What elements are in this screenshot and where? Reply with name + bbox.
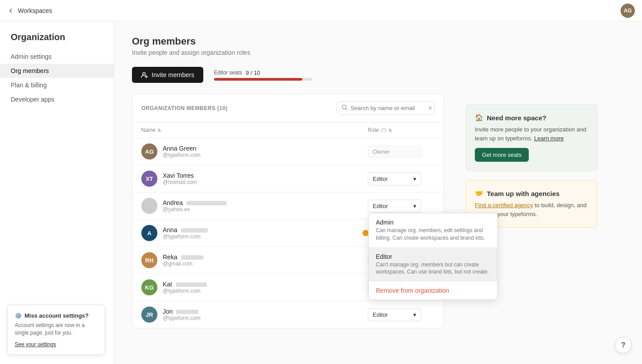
search-input[interactable] — [350, 105, 425, 111]
sidebar-title: Organization — [0, 32, 114, 49]
avatar — [141, 198, 157, 214]
dropdown-chevron-icon: ▾ — [413, 203, 416, 209]
members-count-label: ORGANIZATION MEMBERS (10) — [141, 105, 228, 111]
role-select[interactable]: Editor ▾ — [368, 172, 421, 185]
sidebar-item-admin-settings[interactable]: Admin settings — [0, 49, 114, 64]
name-sort-icon[interactable]: ⇅ — [157, 128, 161, 133]
back-arrow-icon — [7, 7, 14, 14]
member-email: @typeform.com — [163, 152, 201, 158]
page-title: Org members — [132, 36, 624, 47]
role-select-disabled: Owner — [368, 145, 421, 158]
topbar: Workspaces AG — [0, 0, 642, 21]
dropdown-admin-title: Admin — [376, 219, 490, 226]
member-name: Anna Green — [163, 145, 201, 152]
seats-bar-fill — [214, 78, 302, 81]
role-select[interactable]: Editor ▾ — [368, 200, 421, 213]
search-box[interactable]: ✕ — [337, 101, 435, 115]
sidebar-nav: Admin settings Org members Plan & billin… — [0, 49, 114, 106]
col-role-cell: Editor ▾ — [368, 308, 435, 321]
member-details: Kat @typeform.com — [163, 281, 207, 294]
search-icon — [342, 104, 348, 112]
role-tooltip-icon[interactable]: (?) — [381, 127, 387, 133]
learn-more-link[interactable]: Learn more — [534, 135, 564, 142]
table-row: AG Anna Green @typeform.com Owner — [132, 138, 444, 165]
gear-emoji: ⚙️ — [15, 312, 22, 319]
search-clear-icon[interactable]: ✕ — [428, 105, 432, 111]
member-name: Reka — [163, 254, 203, 261]
member-name: Anna — [163, 226, 208, 233]
table-row: JR Jon @typeform.com Editor ▾ — [132, 301, 444, 328]
main-content: Org members Invite people and assign org… — [114, 21, 642, 364]
house-emoji: 🏠 — [475, 114, 483, 122]
member-email: @typeform.com — [163, 233, 208, 240]
editor-seats-label: Editor seats — [214, 70, 242, 76]
member-info: XT Xavi Torres @hotmail.com — [141, 171, 368, 187]
space-card-title: 🏠 Need more space? — [475, 114, 588, 122]
member-info: JR Jon @typeform.com — [141, 307, 368, 323]
find-agency-link[interactable]: Find a certified agency — [475, 202, 533, 209]
member-info: KG Kat @typeform.com — [141, 279, 368, 295]
handshake-emoji: 🤝 — [475, 189, 483, 197]
table-row: XT Xavi Torres @hotmail.com Editor ▾ — [132, 165, 444, 192]
member-email: @gmail.com — [163, 261, 203, 267]
member-details: Anna Green @typeform.com — [163, 145, 201, 158]
dropdown-admin-desc: Can manage org. members, edit settings a… — [376, 227, 490, 242]
member-details: Anna @typeform.com — [163, 226, 208, 240]
dropdown-chevron-icon: ▾ — [413, 311, 416, 318]
get-more-seats-button[interactable]: Get more seats — [475, 148, 529, 162]
member-email: @typeform.com — [163, 315, 201, 321]
sidebar-link-plan-billing[interactable]: Plan & billing — [0, 78, 114, 92]
help-button[interactable]: ? — [615, 337, 631, 353]
sidebar-link-developer-apps[interactable]: Developer apps — [0, 92, 114, 106]
back-button[interactable] — [7, 7, 14, 14]
member-info: RH Reka @gmail.com — [141, 252, 368, 268]
member-details: Xavi Torres @hotmail.com — [163, 172, 197, 185]
user-avatar[interactable]: AG — [621, 4, 635, 18]
svg-point-0 — [143, 73, 145, 75]
seats-bar-background — [214, 78, 312, 81]
seats-fraction: 9 / 10 — [246, 70, 260, 76]
sidebar-item-plan-billing[interactable]: Plan & billing — [0, 78, 114, 92]
member-email: @typeform.com — [163, 288, 207, 294]
member-email: @hotmail.com — [163, 179, 197, 185]
member-email: @yahoo.es — [163, 206, 226, 213]
dropdown-item-admin[interactable]: Admin Can manage org. members, edit sett… — [369, 213, 497, 247]
dropdown-editor-desc: Can't manage org. members but can create… — [376, 261, 490, 276]
person-plus-icon — [141, 71, 148, 78]
avatar: JR — [141, 307, 157, 323]
invite-members-button[interactable]: Invite members — [132, 67, 203, 83]
avatar: RH — [141, 252, 157, 268]
account-settings-title: ⚙️ Miss account settings? — [15, 312, 98, 319]
member-details: Jon @typeform.com — [163, 308, 201, 321]
editor-seats-section: Editor seats 9 / 10 — [214, 70, 312, 81]
avatar: AG — [141, 143, 157, 160]
col-role-cell: Editor ▾ — [368, 200, 435, 213]
role-dropdown: Admin Can manage org. members, edit sett… — [368, 213, 498, 300]
sidebar-link-org-members[interactable]: Org members — [0, 64, 114, 78]
col-name-header: Name ⇅ — [141, 127, 368, 133]
page-subtitle: Invite people and assign organization ro… — [132, 49, 624, 56]
remove-from-org-button[interactable]: Remove from organization — [369, 282, 497, 299]
member-name: Jon — [163, 308, 201, 315]
member-info: A Anna @typeform.com — [141, 225, 368, 241]
members-header: ORGANIZATION MEMBERS (10) ✕ — [132, 94, 444, 123]
dropdown-editor-title: Editor — [376, 253, 490, 260]
dropdown-chevron-icon: ▾ — [413, 176, 416, 182]
account-settings-text: Account settings are now in a single pag… — [15, 322, 98, 337]
member-details: Andrea @yahoo.es — [163, 199, 226, 213]
role-select[interactable]: Editor ▾ — [368, 308, 421, 321]
account-settings-card: ⚙️ Miss account settings? Account settin… — [7, 305, 105, 355]
sidebar-link-admin-settings[interactable]: Admin settings — [0, 49, 114, 64]
role-sort-icon[interactable]: ⇅ — [388, 128, 392, 133]
table-header: Name ⇅ Role (?) ⇅ — [132, 123, 444, 138]
sidebar-item-developer-apps[interactable]: Developer apps — [0, 92, 114, 106]
topbar-left: Workspaces — [7, 7, 52, 14]
team-card-title: 🤝 Team up with agencies — [475, 189, 588, 197]
member-name: Kat — [163, 281, 207, 288]
sidebar-item-org-members[interactable]: Org members — [0, 64, 114, 78]
member-name: Xavi Torres — [163, 172, 197, 179]
member-name: Andrea — [163, 199, 226, 206]
see-settings-link[interactable]: See your settings — [15, 341, 56, 348]
member-info: AG Anna Green @typeform.com — [141, 143, 368, 160]
dropdown-item-editor[interactable]: Editor Can't manage org. members but can… — [369, 248, 497, 282]
